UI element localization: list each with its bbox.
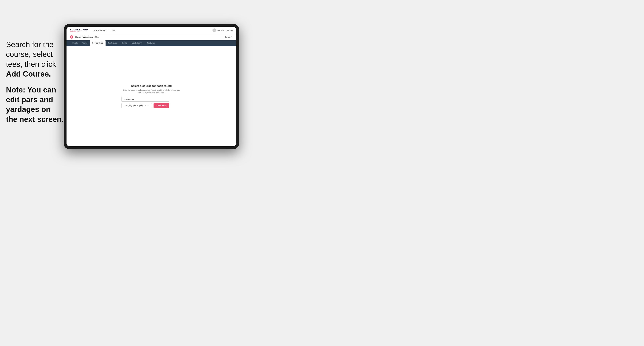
cancel-label: Cancel <box>225 36 230 38</box>
annotation-line1: Search for the course, select tees, then… <box>6 40 64 79</box>
tournament-badge: (Men) <box>94 36 99 38</box>
tournament-title-area: C Clippd Invitational (Men) <box>70 35 99 39</box>
course-select-box: Select a course for each round Search fo… <box>122 84 181 108</box>
tee-select-row: Gold (M) (M) (7010 yds) ✕ ⌃⌄ Add Course <box>122 103 169 108</box>
annotation-text: Search for the course, select tees, then… <box>6 40 64 130</box>
sign-out-link[interactable]: Sign out <box>227 29 232 31</box>
scoreboard-logo: SCOREBOARD Powered by clippd <box>70 28 88 32</box>
tab-navigation: Details Teams Course Setup Tee Groups Re… <box>66 40 236 46</box>
course-select-description: Search for a course and select a tee. Yo… <box>122 89 181 94</box>
user-avatar: T <box>212 28 216 32</box>
tournament-header: C Clippd Invitational (Men) Cancel ✕ <box>66 34 236 40</box>
nav-teams[interactable]: TEAMS <box>110 29 116 31</box>
tab-printables[interactable]: Printables <box>145 40 157 46</box>
tab-teams[interactable]: Teams <box>80 40 90 46</box>
user-name: Test User <box>217 29 224 31</box>
annotation-bold: Add Course. <box>6 70 51 78</box>
nav-separator: | <box>225 29 226 31</box>
tab-course-setup[interactable]: Course Setup <box>90 40 106 46</box>
tee-arrows-icon: ⌃⌄ <box>147 105 150 107</box>
tab-leaderboards[interactable]: Leaderboards <box>130 40 145 46</box>
tablet-screen: SCOREBOARD Powered by clippd TOURNAMENTS… <box>66 27 236 146</box>
top-navbar: SCOREBOARD Powered by clippd TOURNAMENTS… <box>66 27 236 34</box>
add-course-button[interactable]: Add Course <box>154 103 169 108</box>
main-content: Select a course for each round Search fo… <box>66 46 236 146</box>
tournament-name: Clippd Invitational <box>74 36 94 38</box>
nav-user-area: T Test User | Sign out <box>212 28 232 32</box>
tablet-frame: SCOREBOARD Powered by clippd TOURNAMENTS… <box>64 24 239 149</box>
nav-links: TOURNAMENTS TEAMS <box>92 29 212 31</box>
tournament-icon: C <box>70 35 73 39</box>
course-select-title: Select a course for each round <box>122 84 181 87</box>
tee-clear-button[interactable]: ✕ <box>145 105 146 107</box>
tab-details[interactable]: Details <box>70 40 80 46</box>
course-search-input[interactable] <box>122 97 169 102</box>
tab-tee-groups[interactable]: Tee Groups <box>106 40 119 46</box>
tee-value: Gold (M) (M) (7010 yds) <box>124 105 143 107</box>
logo-title: SCOREBOARD <box>70 28 88 31</box>
nav-tournaments[interactable]: TOURNAMENTS <box>92 29 106 31</box>
cancel-icon: ✕ <box>231 36 232 38</box>
tab-results[interactable]: Results <box>119 40 130 46</box>
tee-dropdown[interactable]: Gold (M) (M) (7010 yds) ✕ ⌃⌄ <box>122 103 152 108</box>
logo-subtitle: Powered by clippd <box>70 31 88 32</box>
cancel-button[interactable]: Cancel ✕ <box>225 36 232 38</box>
annotation-note: Note: You can edit pars and yardages on … <box>6 85 64 125</box>
